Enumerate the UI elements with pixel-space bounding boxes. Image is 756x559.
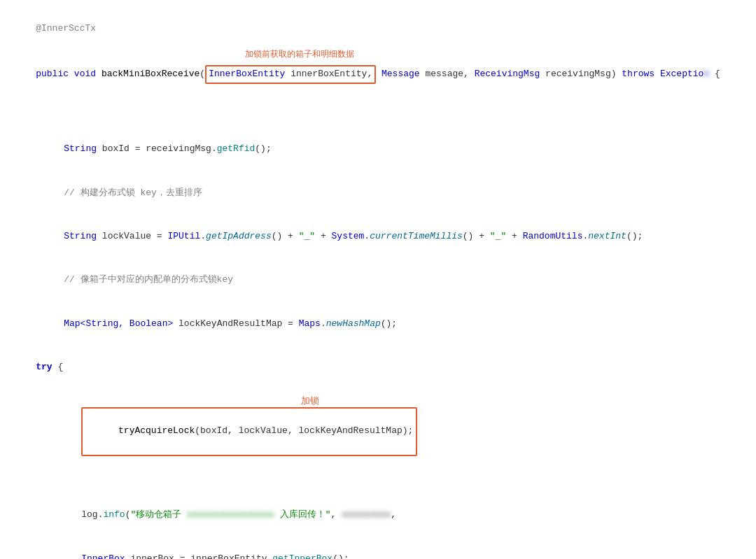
spacer-1: [7, 488, 756, 494]
line-try: try {: [7, 346, 756, 389]
method-sig-line: public void backMiniBoxReceive(InnerBoxE…: [7, 50, 756, 127]
log-str-1: "移动仓箱子: [130, 509, 187, 520]
param-type-3: ReceivingMsg: [475, 69, 540, 79]
code-container: @InnerSccTx public void backMiniBoxRecei…: [0, 0, 756, 559]
type-innerbox: InnerBox: [81, 553, 125, 559]
method-getrfid: getRfid: [217, 143, 255, 154]
param-name-3: receivingMsg: [545, 69, 611, 79]
param-type-1: InnerBoxEntity: [209, 69, 285, 79]
comment-2: // 像箱子中对应的内配单的分布式锁key: [7, 259, 756, 302]
comment-1: // 构建分布式锁 key，去重排序: [7, 171, 756, 215]
param-type-2: Message: [382, 69, 420, 79]
callout-params: 加锁前获取的箱子和明细数据: [245, 48, 354, 61]
innerboxentity-var: innerBoxEntity: [190, 553, 267, 559]
getipaddress-method: getIpAddress: [206, 231, 272, 241]
arg-lockvalue: lockValue: [239, 425, 288, 436]
line-lockvalue: String lockValue = IPUtil.getIpAddress()…: [7, 215, 756, 258]
type-map: Map<String, Boolean>: [64, 318, 173, 329]
comment-text-1: // 构建分布式锁 key，去重排序: [64, 187, 202, 198]
system-class: System: [332, 231, 365, 241]
keyword-void: void: [74, 69, 96, 79]
log-args-1: xxxxxxxxx: [342, 508, 391, 523]
param-name-1: innerBoxEntity: [290, 69, 367, 79]
keyword-public: public: [36, 69, 69, 79]
annotation-line: @InnerSccTx: [7, 7, 756, 50]
keyword-try: try: [36, 362, 52, 372]
callout-lock: 加锁: [301, 394, 319, 409]
keyword-throws: throws: [622, 69, 654, 79]
exception-type: Exception: [660, 69, 709, 79]
method-name: backMiniBoxReceive: [102, 69, 200, 79]
log-blurred-1: xxxxxxxxxxxxxxxx: [187, 508, 274, 523]
randomutils-class: RandomUtils: [523, 231, 583, 241]
arg-mapname: lockKeyAndResultMap: [299, 425, 402, 436]
line-tryacquire: tryAcquireLock(boxId, lockValue, lockKey…: [7, 392, 756, 486]
iputil-class: IPUtil: [167, 231, 200, 241]
line-innerbox: InnerBox innerBox = innerBoxEntity.getIn…: [7, 537, 756, 559]
info-method: info: [103, 509, 125, 520]
newhashmap-method: newHashMap: [326, 318, 381, 329]
var-boxid: boxId: [102, 143, 130, 154]
maps-class: Maps: [299, 318, 321, 329]
type-string-1: String: [64, 143, 97, 154]
annotation: @InnerSccTx: [36, 23, 96, 34]
call-getrf: receivingMsg: [146, 143, 211, 154]
line-boxid: String boxId = receivingMsg.getRfid();: [7, 127, 756, 171]
var-lockvalue: lockValue: [102, 231, 151, 241]
comment-text-2: // 像箱子中对应的内配单的分布式锁key: [64, 274, 233, 285]
arg-boxid: boxId: [200, 425, 227, 436]
log-var: log: [81, 509, 97, 520]
tryacquirelock-method: tryAcquireLock: [118, 425, 195, 436]
param-name-2: message: [425, 69, 463, 79]
getinnerbox-method: getInnerBox: [272, 553, 332, 559]
str-sep2: "_": [490, 231, 506, 241]
log-str-2: 入库回传！": [274, 509, 331, 520]
line-loginfo1: log.info("移动仓箱子 xxxxxxxxxxxxxxxx 入库回传！",…: [7, 494, 756, 537]
str-sep1: "_": [299, 231, 315, 241]
type-string-2: String: [64, 231, 97, 241]
nextint-method: nextInt: [588, 231, 626, 241]
line-map: Map<String, Boolean> lockKeyAndResultMap…: [7, 302, 756, 346]
currenttimemillis-method: currentTimeMillis: [370, 231, 463, 241]
var-innerbox: innerBox: [130, 553, 174, 559]
var-map: lockKeyAndResultMap: [178, 318, 282, 329]
